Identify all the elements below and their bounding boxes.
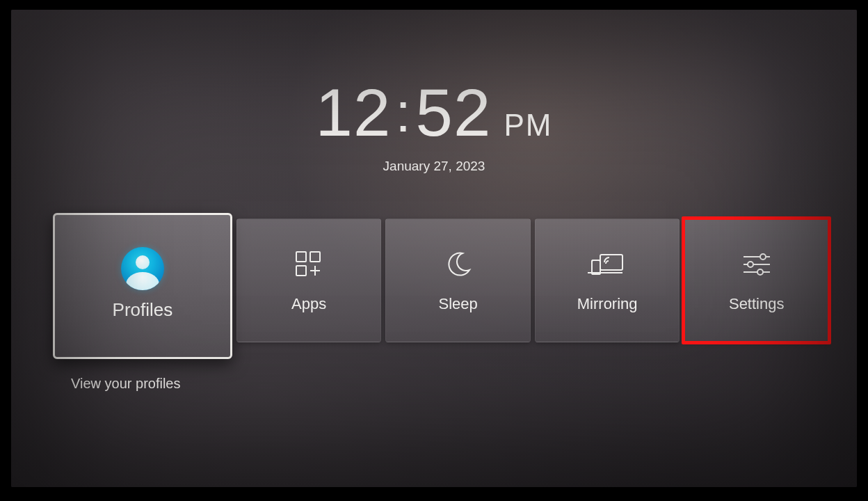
quick-menu-row: Profiles Apps bbox=[53, 218, 829, 365]
tile-apps-label: Apps bbox=[291, 295, 326, 313]
tile-mirroring-label: Mirroring bbox=[577, 295, 638, 313]
svg-point-10 bbox=[760, 254, 766, 260]
clock-colon: : bbox=[391, 81, 415, 145]
tv-screen: 12:52PM January 27, 2023 Profiles bbox=[11, 10, 857, 487]
mirroring-icon bbox=[588, 248, 627, 281]
svg-rect-0 bbox=[296, 252, 306, 262]
tile-sleep[interactable]: Sleep bbox=[385, 218, 531, 342]
profile-icon bbox=[121, 252, 164, 285]
svg-rect-1 bbox=[310, 252, 320, 262]
moon-icon bbox=[443, 248, 474, 281]
clock-date: January 27, 2023 bbox=[11, 159, 857, 174]
svg-rect-5 bbox=[600, 255, 622, 270]
svg-point-14 bbox=[757, 269, 763, 275]
svg-point-12 bbox=[748, 262, 753, 267]
tile-profiles-label: Profiles bbox=[113, 299, 173, 321]
tv-bezel: 12:52PM January 27, 2023 Profiles bbox=[0, 0, 868, 501]
tile-apps[interactable]: Apps bbox=[236, 218, 382, 342]
tile-sleep-label: Sleep bbox=[438, 295, 477, 313]
clock-time-line: 12:52PM bbox=[11, 79, 857, 149]
tile-profiles[interactable]: Profiles bbox=[53, 213, 232, 359]
tile-settings[interactable]: Settings bbox=[684, 218, 829, 342]
focused-tile-caption: View your profiles bbox=[71, 376, 180, 392]
clock-ampm: PM bbox=[504, 108, 552, 142]
svg-rect-2 bbox=[296, 266, 306, 276]
clock-area: 12:52PM January 27, 2023 bbox=[11, 79, 857, 174]
clock-hour: 12 bbox=[316, 79, 392, 146]
apps-icon bbox=[292, 248, 326, 281]
svg-rect-7 bbox=[592, 260, 600, 274]
clock-minute: 52 bbox=[416, 79, 492, 146]
sliders-icon bbox=[739, 248, 774, 281]
tile-mirroring[interactable]: Mirroring bbox=[535, 218, 680, 342]
tile-settings-label: Settings bbox=[729, 295, 785, 313]
